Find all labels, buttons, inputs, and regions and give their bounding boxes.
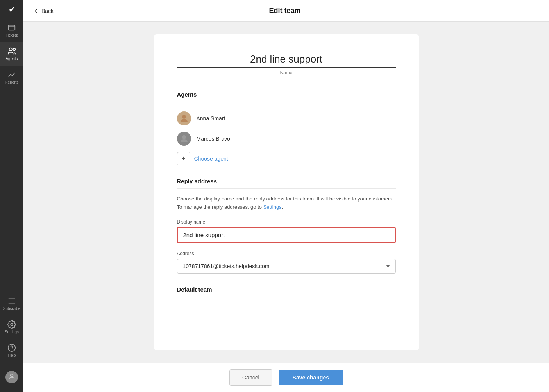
choose-agent-label: Choose agent (194, 156, 228, 162)
sidebar-item-agents[interactable]: Agents (0, 42, 23, 66)
cancel-button[interactable]: Cancel (229, 369, 272, 386)
content-area: Name Agents Anna Smart Marcos Bravo (23, 22, 549, 363)
sidebar-item-subscribe[interactable]: Subscribe (0, 292, 23, 315)
agent-row: Anna Smart (177, 108, 396, 129)
choose-agent-button[interactable]: + Choose agent (177, 152, 228, 165)
sidebar-item-tickets[interactable]: Tickets (0, 19, 23, 42)
agent-name-marcos: Marcos Bravo (197, 136, 230, 142)
avatar-anna (177, 111, 191, 125)
address-label: Address (177, 251, 396, 256)
back-arrow-icon (33, 8, 39, 14)
svg-point-11 (182, 115, 186, 119)
tickets-icon (7, 23, 16, 32)
subscribe-label: Subscribe (3, 306, 20, 311)
agent-name-anna: Anna Smart (197, 115, 225, 122)
agents-label: Agents (5, 57, 18, 61)
sidebar-item-user[interactable] (0, 362, 23, 392)
agents-section-title: Agents (177, 91, 396, 102)
tickets-label: Tickets (5, 33, 18, 38)
form-card: Name Agents Anna Smart Marcos Bravo (154, 34, 419, 350)
team-name-section: Name (177, 53, 396, 75)
team-name-input[interactable] (177, 53, 396, 68)
sidebar-item-settings[interactable]: Settings (0, 315, 23, 339)
reports-label: Reports (5, 80, 18, 84)
svg-point-2 (9, 48, 12, 51)
avatar-marcos (177, 132, 191, 146)
sidebar-bottom: Subscribe Settings Help (0, 292, 23, 392)
dashboard-icon: ✔ (9, 5, 15, 14)
reply-desc-text2: To manage the reply addresses, go to (177, 204, 263, 210)
sidebar-item-help[interactable]: Help (0, 339, 23, 362)
back-label: Back (41, 8, 54, 14)
team-name-label: Name (177, 70, 396, 75)
settings-icon (7, 320, 16, 329)
settings-label: Settings (5, 330, 19, 334)
subscribe-icon (7, 297, 16, 305)
user-avatar (5, 371, 18, 383)
sidebar-item-reports[interactable]: Reports (0, 66, 23, 89)
svg-point-12 (182, 135, 186, 139)
sidebar-item-dashboard[interactable]: ✔ (0, 0, 23, 19)
sidebar: ✔ Tickets Agents Reports Subscribe Setti… (0, 0, 23, 392)
settings-link[interactable]: Settings (263, 204, 282, 210)
back-button[interactable]: Back (33, 8, 54, 14)
save-changes-button[interactable]: Save changes (279, 370, 343, 385)
main-area: Back Edit team Name Agents Anna Smart (23, 0, 549, 392)
agents-section: Agents Anna Smart Marcos Bravo + Choose … (177, 91, 396, 165)
reply-address-title: Reply address (177, 178, 396, 189)
reply-desc-suffix: . (282, 204, 283, 210)
page-title: Edit team (54, 7, 516, 15)
default-team-section: Default team (177, 286, 396, 297)
display-name-label: Display name (177, 219, 396, 225)
agents-icon (7, 47, 16, 55)
reports-icon (7, 70, 16, 79)
footer: Cancel Save changes (23, 363, 549, 392)
help-icon (7, 344, 16, 352)
svg-point-10 (11, 374, 13, 377)
display-name-input[interactable] (177, 227, 396, 243)
address-select[interactable]: 1078717861@tickets.helpdesk.com (177, 259, 396, 274)
reply-description: Choose the display name and the reply ad… (177, 195, 396, 211)
agent-row: Marcos Bravo (177, 129, 396, 149)
svg-point-3 (13, 48, 15, 51)
svg-point-7 (11, 323, 13, 326)
header: Back Edit team (23, 0, 549, 22)
default-team-title: Default team (177, 286, 396, 297)
help-label: Help (8, 353, 16, 358)
reply-address-section: Reply address Choose the display name an… (177, 178, 396, 274)
add-icon: + (177, 152, 190, 165)
svg-rect-0 (9, 25, 15, 30)
reply-desc-text1: Choose the display name and the reply ad… (177, 196, 394, 202)
